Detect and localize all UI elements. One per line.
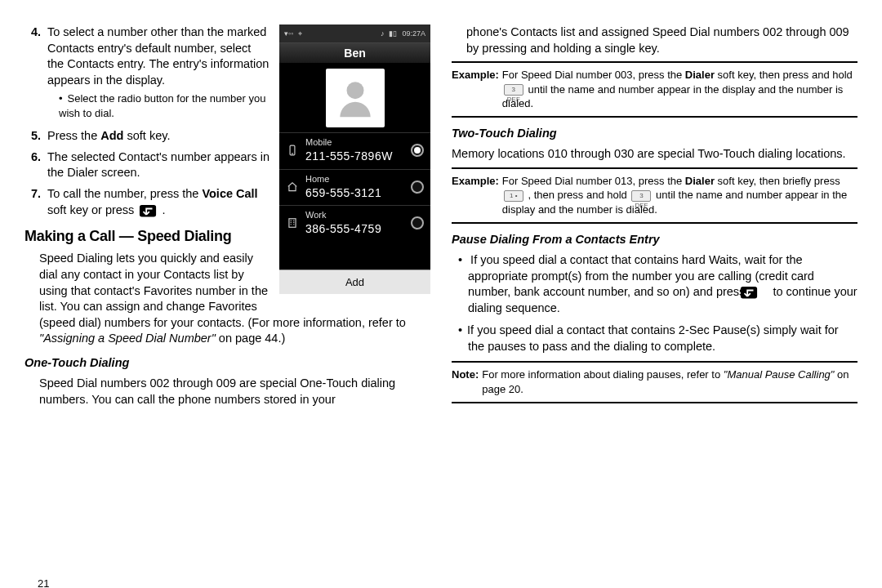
- row-number: 659-555-3121: [305, 185, 404, 201]
- row-label: Home: [305, 173, 404, 185]
- work-icon: [286, 216, 299, 229]
- clock: 09:27A: [402, 29, 425, 38]
- page-number: 21: [38, 577, 49, 588]
- one-touch-para: Speed Dial numbers 002 through 009 are s…: [39, 376, 430, 408]
- battery-icon: ▮▯: [389, 29, 397, 38]
- number-row-home[interactable]: Home659-555-3121: [279, 169, 430, 206]
- pause-bullet-2: If you speed dial a contact that contain…: [458, 323, 858, 354]
- row-label: Mobile: [305, 136, 404, 149]
- heading-two-touch: Two-Touch Dialing: [452, 126, 858, 142]
- step-4-text: To select a number other than the marked…: [47, 25, 269, 87]
- svg-point-0: [346, 82, 363, 99]
- left-column: ▾◦◦ ⌖ ♪ ▮▯ 09:27A Ben: [24, 24, 430, 580]
- send-key-icon: [139, 204, 157, 217]
- status-bar: ▾◦◦ ⌖ ♪ ▮▯ 09:27A: [279, 24, 430, 42]
- example-013: Example: For Speed Dial number 013, pres…: [452, 174, 858, 217]
- key-3-icon: 3 DEF: [504, 84, 523, 96]
- note-manual-pause: Note: For more information about dialing…: [452, 368, 858, 396]
- softkey-add[interactable]: Add: [279, 270, 430, 294]
- svg-rect-3: [289, 219, 296, 228]
- example-003: Example: For Speed Dial number 003, pres…: [452, 68, 858, 111]
- radio-mobile[interactable]: [411, 144, 424, 157]
- number-row-mobile[interactable]: Mobile211-555-7896W: [279, 132, 430, 169]
- number-row-work[interactable]: Work386-555-4759: [279, 205, 430, 242]
- rule: [452, 116, 858, 118]
- manual-page: ▾◦◦ ⌖ ♪ ▮▯ 09:27A Ben: [0, 0, 882, 588]
- heading-one-touch: One-Touch Dialing: [24, 355, 430, 372]
- mobile-icon: [286, 144, 299, 157]
- contact-title: Ben: [279, 42, 430, 64]
- right-column: phone's Contacts list and assigned Speed…: [452, 24, 858, 580]
- phone-screenshot: ▾◦◦ ⌖ ♪ ▮▯ 09:27A Ben: [279, 24, 430, 294]
- phone-frame: ▾◦◦ ⌖ ♪ ▮▯ 09:27A Ben: [279, 24, 430, 294]
- step-6: 6.The selected Contact's number appears …: [24, 149, 270, 181]
- home-icon: [286, 180, 299, 194]
- contact-number-list: Mobile211-555-7896W Home659-555-3121 Wor…: [279, 132, 430, 270]
- avatar-zone: [279, 64, 430, 132]
- avatar: [326, 69, 385, 127]
- key-3-icon-b: 3 DEF: [631, 190, 651, 202]
- step-4: 4.To select a number other than the mark…: [24, 24, 270, 123]
- two-touch-para: Memory locations 010 through 030 are spe…: [452, 146, 858, 163]
- pause-bullet-1: If you speed dial a contact that contain…: [458, 252, 858, 316]
- radio-work[interactable]: [411, 216, 424, 229]
- send-key-icon: [750, 286, 768, 299]
- rule: [452, 222, 858, 224]
- rule: [452, 361, 858, 363]
- pause-bullets: If you speed dial a contact that contain…: [458, 252, 858, 354]
- row-number: 211-555-7896W: [305, 149, 404, 164]
- key-1-icon: 1 •: [504, 190, 523, 202]
- step-5: 5.Press the Add soft key.: [24, 128, 270, 145]
- one-touch-cont: phone's Contacts list and assigned Speed…: [466, 24, 858, 56]
- rule: [452, 402, 858, 403]
- radio-home[interactable]: [411, 180, 424, 194]
- step-4-bullet: Select the radio button for the number y…: [59, 91, 270, 120]
- sound-icon: ♪: [381, 29, 385, 38]
- rule: [452, 61, 858, 63]
- row-number: 386-555-4759: [305, 221, 404, 237]
- rule: [452, 167, 858, 169]
- signal-icon: ▾◦◦: [284, 29, 293, 38]
- bt-icon: ⌖: [298, 29, 302, 38]
- svg-rect-11: [741, 287, 757, 299]
- row-label: Work: [305, 209, 404, 221]
- svg-rect-10: [140, 205, 156, 217]
- step-7: 7.To call the number, press the Voice Ca…: [24, 186, 270, 218]
- heading-pause-dialing: Pause Dialing From a Contacts Entry: [452, 232, 858, 248]
